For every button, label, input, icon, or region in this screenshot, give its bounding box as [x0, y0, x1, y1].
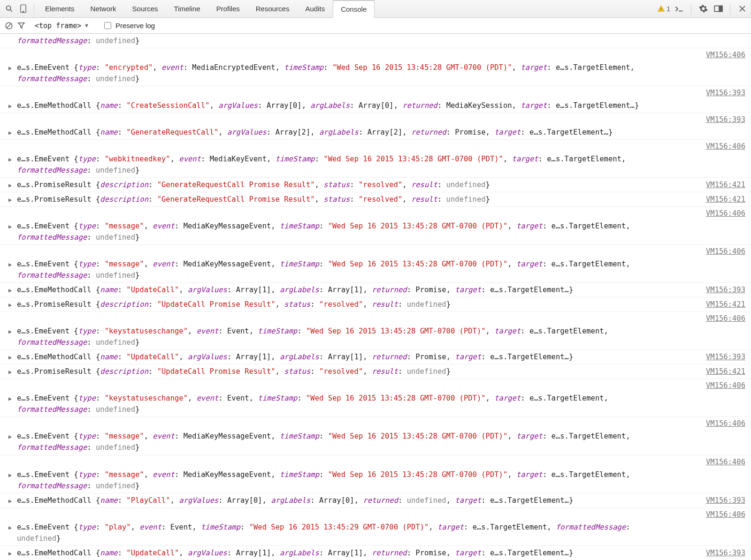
clear-console-icon[interactable] [3, 20, 15, 32]
preserve-log-toggle[interactable]: Preserve log [102, 21, 155, 30]
expand-icon[interactable]: ▶ [8, 471, 12, 480]
log-row: ▶e…s.EmeMethodCall {name: "UpdateCall", … [0, 350, 751, 364]
source-line: VM156:393 [0, 86, 751, 98]
tab-sources[interactable]: Sources [124, 0, 166, 17]
source-line: VM156:406 [0, 312, 751, 324]
log-row: ▶e…s.EmeMethodCall {name: "UpdateCall", … [0, 283, 751, 297]
separator [34, 3, 34, 15]
tab-profiles[interactable]: Profiles [208, 0, 248, 17]
log-row: ▶e…s.EmeEvent {type: "message", event: M… [0, 429, 751, 455]
source-link[interactable]: VM156:406 [706, 314, 745, 323]
expand-icon[interactable]: ▶ [8, 129, 12, 137]
log-row: formattedMessage: undefined} [0, 34, 751, 48]
tab-audits[interactable]: Audits [297, 0, 333, 17]
preserve-log-label: Preserve log [115, 22, 155, 30]
close-icon[interactable] [736, 3, 748, 15]
log-row: ▶e…s.PromiseResult {description: "Genera… [0, 178, 751, 192]
expand-icon[interactable]: ▶ [8, 181, 12, 190]
svg-line-1 [10, 10, 12, 12]
warning-badge[interactable]: 1 [657, 5, 670, 13]
log-row: ▶e…s.EmeEvent {type: "encrypted", event:… [0, 61, 751, 86]
tab-timeline[interactable]: Timeline [166, 0, 208, 17]
expand-icon[interactable]: ▶ [8, 497, 12, 506]
source-link[interactable]: VM156:393 [706, 351, 745, 363]
source-link[interactable]: VM156:406 [706, 209, 745, 218]
source-link[interactable]: VM156:421 [706, 366, 745, 377]
search-icon[interactable] [3, 3, 15, 15]
expand-icon[interactable]: ▶ [8, 102, 12, 111]
separator [730, 3, 730, 15]
source-link[interactable]: VM156:421 [706, 194, 745, 205]
svg-rect-8 [719, 6, 722, 12]
source-link[interactable]: VM156:406 [706, 142, 745, 151]
source-link[interactable]: VM156:393 [706, 115, 745, 124]
source-link[interactable]: VM156:421 [706, 179, 745, 190]
separator [691, 3, 691, 15]
source-line: VM156:406 [0, 455, 751, 468]
expand-icon[interactable]: ▶ [8, 549, 12, 558]
preserve-log-checkbox[interactable] [104, 22, 111, 29]
expand-icon[interactable]: ▶ [8, 196, 12, 204]
devtools-toolbar: ElementsNetworkSourcesTimelineProfilesRe… [0, 0, 751, 18]
expand-icon[interactable]: ▶ [8, 432, 12, 441]
device-icon[interactable] [17, 3, 29, 15]
expand-icon[interactable]: ▶ [8, 327, 12, 336]
show-console-icon[interactable] [673, 3, 685, 15]
source-link[interactable]: VM156:421 [706, 299, 745, 310]
log-row: ▶e…s.EmeEvent {type: "message", event: M… [0, 468, 751, 493]
log-row: ▶e…s.PromiseResult {description: "Update… [0, 364, 751, 379]
frame-selector[interactable]: <top frame> ▼ [31, 21, 92, 31]
frame-label: <top frame> [35, 22, 81, 30]
log-row: ▶e…s.EmeMethodCall {name: "UpdateCall", … [0, 546, 751, 560]
tab-resources[interactable]: Resources [248, 0, 298, 17]
source-link[interactable]: VM156:406 [706, 510, 745, 519]
source-link[interactable]: VM156:393 [706, 495, 745, 506]
expand-icon[interactable]: ▶ [8, 368, 12, 377]
source-link[interactable]: VM156:393 [706, 284, 745, 295]
source-line: VM156:406 [0, 379, 751, 391]
expand-icon[interactable]: ▶ [8, 286, 12, 295]
filter-icon[interactable] [15, 20, 27, 32]
log-row: ▶e…s.EmeMethodCall {name: "GenerateReque… [0, 125, 751, 140]
chevron-down-icon: ▼ [85, 23, 88, 29]
svg-point-0 [6, 6, 10, 10]
source-link[interactable]: VM156:406 [706, 381, 745, 390]
console-toolbar: <top frame> ▼ Preserve log [0, 18, 751, 34]
console-output: formattedMessage: undefined}VM156:406▶e…… [0, 34, 751, 560]
tab-console[interactable]: Console [333, 0, 375, 18]
source-line: VM156:406 [0, 245, 751, 257]
svg-rect-5 [661, 10, 661, 10]
log-row: ▶e…s.EmeEvent {type: "message", event: M… [0, 219, 751, 245]
source-link[interactable]: VM156:406 [706, 458, 745, 466]
expand-icon[interactable]: ▶ [8, 155, 12, 164]
panel-tabs: ElementsNetworkSourcesTimelineProfilesRe… [37, 0, 375, 17]
expand-icon[interactable]: ▶ [8, 301, 12, 310]
expand-icon[interactable]: ▶ [8, 394, 12, 403]
source-line: VM156:406 [0, 417, 751, 429]
svg-point-3 [23, 11, 23, 12]
expand-icon[interactable]: ▶ [8, 64, 12, 73]
source-link[interactable]: VM156:393 [706, 547, 745, 559]
settings-gear-icon[interactable] [697, 3, 709, 15]
log-row: ▶e…s.EmeEvent {type: "play", event: Even… [0, 520, 751, 546]
source-link[interactable]: VM156:406 [706, 247, 745, 256]
log-row: ▶e…s.EmeEvent {type: "webkitneedkey", ev… [0, 152, 751, 178]
log-row: ▶e…s.EmeMethodCall {name: "PlayCall", ar… [0, 493, 751, 508]
expand-icon[interactable]: ▶ [8, 222, 12, 231]
svg-marker-13 [18, 23, 24, 28]
expand-icon[interactable]: ▶ [8, 260, 12, 269]
log-row: ▶e…s.PromiseResult {description: "Genera… [0, 192, 751, 207]
log-row: ▶e…s.EmeEvent {type: "message", event: M… [0, 257, 751, 283]
source-link[interactable]: VM156:406 [706, 419, 745, 428]
source-link[interactable]: VM156:406 [706, 51, 745, 59]
source-line: VM156:406 [0, 140, 751, 152]
source-line: VM156:393 [0, 113, 751, 125]
log-row: ▶e…s.EmeEvent {type: "keystatuseschange"… [0, 324, 751, 350]
tab-elements[interactable]: Elements [37, 0, 83, 17]
source-link[interactable]: VM156:393 [706, 89, 745, 97]
expand-icon[interactable]: ▶ [8, 353, 12, 362]
svg-line-12 [7, 23, 11, 28]
tab-network[interactable]: Network [83, 0, 124, 17]
expand-icon[interactable]: ▶ [8, 523, 12, 532]
dock-icon[interactable] [712, 3, 724, 15]
